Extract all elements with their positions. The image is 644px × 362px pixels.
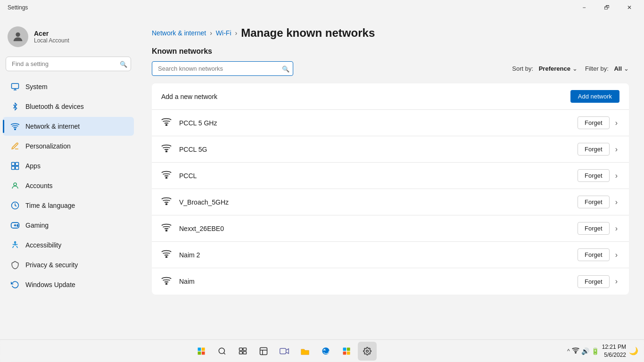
sidebar-search-input[interactable] xyxy=(6,57,131,71)
sidebar-item-gaming[interactable]: Gaming xyxy=(3,216,134,235)
pencil-icon xyxy=(10,141,20,151)
network-row-3: V_Broach_5GHz Forget › xyxy=(152,189,629,215)
taskbar-settings-button[interactable] xyxy=(358,342,377,361)
close-button[interactable]: ✕ xyxy=(619,0,640,15)
svg-point-23 xyxy=(166,177,167,179)
sidebar-item-update[interactable]: Windows Update xyxy=(3,275,134,294)
sidebar-search-box[interactable]: 🔍 xyxy=(6,57,131,71)
widgets-button[interactable] xyxy=(254,342,273,361)
start-button[interactable] xyxy=(192,342,211,361)
battery-icon[interactable]: 🔋 xyxy=(591,347,599,355)
chevron-button-3[interactable]: › xyxy=(613,196,619,208)
store-button[interactable] xyxy=(337,342,356,361)
section-title: Known networks xyxy=(152,47,629,56)
time-date[interactable]: 12:21 PM 5/6/2022 xyxy=(602,343,626,359)
forget-button-5[interactable]: Forget xyxy=(578,248,610,261)
taskbar-search-button[interactable] xyxy=(213,342,231,361)
wifi-tray-icon[interactable] xyxy=(572,347,579,355)
svg-line-20 xyxy=(17,246,17,248)
user-section[interactable]: Acer Local Account xyxy=(0,21,137,55)
date-display: 5/6/2022 xyxy=(602,351,626,359)
time-display: 12:21 PM xyxy=(602,343,626,351)
network-row-5: Naim 2 Forget › xyxy=(152,242,629,268)
main-content: Network & internet › Wi-Fi › Manage know… xyxy=(137,15,644,339)
svg-rect-6 xyxy=(16,163,19,166)
wifi-icon-0 xyxy=(161,117,172,128)
chevron-up-icon[interactable]: ^ xyxy=(567,348,570,354)
chevron-button-4[interactable]: › xyxy=(613,222,619,235)
svg-rect-1 xyxy=(12,83,19,89)
search-networks-input[interactable] xyxy=(152,61,293,76)
filter-value: All xyxy=(614,65,622,72)
file-explorer-button[interactable] xyxy=(296,342,314,361)
chevron-button-1[interactable]: › xyxy=(613,143,619,156)
svg-rect-30 xyxy=(198,351,201,354)
accessibility-icon xyxy=(10,240,20,250)
sidebar-item-accounts[interactable]: Accounts xyxy=(3,176,134,195)
sidebar-item-accessibility-label: Accessibility xyxy=(25,241,61,249)
task-view-button[interactable] xyxy=(233,342,252,361)
sidebar-item-system[interactable]: System xyxy=(3,77,134,96)
sidebar-item-accessibility[interactable]: Accessibility xyxy=(3,236,134,255)
svg-rect-34 xyxy=(239,348,243,350)
user-name: Acer xyxy=(34,30,69,37)
maximize-button[interactable]: 🗗 xyxy=(596,0,618,15)
chevron-button-5[interactable]: › xyxy=(613,249,619,261)
svg-point-27 xyxy=(166,283,167,284)
filter-button[interactable]: Filter by: All ⌄ xyxy=(585,65,629,72)
sidebar-item-personalization[interactable]: Personalization xyxy=(3,137,134,156)
svg-point-4 xyxy=(15,129,16,130)
svg-line-33 xyxy=(224,353,225,354)
wifi-icon-5 xyxy=(161,249,172,260)
sidebar-item-personalization-label: Personalization xyxy=(25,142,71,150)
sidebar-item-network[interactable]: Network & internet xyxy=(3,117,134,136)
titlebar-controls: − 🗗 ✕ xyxy=(573,0,640,15)
update-icon xyxy=(10,280,20,289)
volume-icon[interactable]: 🔊 xyxy=(581,347,589,355)
sort-value: Preference xyxy=(539,65,570,72)
forget-button-2[interactable]: Forget xyxy=(578,169,610,182)
edge-button[interactable] xyxy=(316,342,335,361)
chevron-button-6[interactable]: › xyxy=(613,275,619,288)
forget-button-0[interactable]: Forget xyxy=(578,116,610,129)
network-name-2: PCCL xyxy=(179,172,578,180)
sidebar-item-apps-label: Apps xyxy=(25,162,41,170)
sidebar-item-system-label: System xyxy=(25,83,48,90)
network-name-4: Nexxt_26EBE0 xyxy=(179,225,578,232)
forget-button-1[interactable]: Forget xyxy=(578,143,610,156)
breadcrumb-link-network[interactable]: Network & internet xyxy=(152,29,206,37)
svg-point-0 xyxy=(16,33,20,37)
svg-rect-44 xyxy=(343,351,347,354)
svg-point-9 xyxy=(14,183,17,186)
sidebar-item-bluetooth[interactable]: Bluetooth & devices xyxy=(3,97,134,116)
forget-button-6[interactable]: Forget xyxy=(578,275,610,288)
forget-button-4[interactable]: Forget xyxy=(578,222,610,235)
meet-button[interactable] xyxy=(275,342,294,361)
user-info: Acer Local Account xyxy=(34,30,69,44)
breadcrumb-link-wifi[interactable]: Wi-Fi xyxy=(216,29,231,37)
chevron-button-0[interactable]: › xyxy=(613,117,619,129)
user-subtitle: Local Account xyxy=(34,37,69,44)
svg-rect-35 xyxy=(243,348,247,350)
sidebar-item-privacy[interactable]: Privacy & security xyxy=(3,255,134,274)
search-networks-box[interactable]: 🔍 xyxy=(152,61,293,76)
add-network-button[interactable]: Add network xyxy=(570,90,619,103)
chevron-button-2[interactable]: › xyxy=(613,170,619,182)
sidebar-item-bluetooth-label: Bluetooth & devices xyxy=(25,103,84,110)
sidebar-item-time[interactable]: Time & language xyxy=(3,196,134,215)
network-row-4: Nexxt_26EBE0 Forget › xyxy=(152,215,629,242)
minimize-button[interactable]: − xyxy=(573,0,595,15)
svg-rect-37 xyxy=(243,351,247,354)
notification-icon[interactable]: 🌙 xyxy=(629,346,638,355)
sidebar-item-privacy-label: Privacy & security xyxy=(25,261,78,269)
search-networks-icon: 🔍 xyxy=(282,65,289,72)
svg-rect-42 xyxy=(343,347,347,351)
account-icon xyxy=(10,181,20,190)
sidebar-item-apps[interactable]: Apps xyxy=(3,156,134,175)
sort-button[interactable]: Sort by: Preference ⌄ xyxy=(512,65,578,72)
wifi-icon-2 xyxy=(161,170,172,181)
network-row-1: PCCL 5G Forget › xyxy=(152,136,629,163)
forget-button-3[interactable]: Forget xyxy=(578,196,610,208)
svg-rect-31 xyxy=(202,351,205,354)
bluetooth-icon xyxy=(10,102,20,111)
